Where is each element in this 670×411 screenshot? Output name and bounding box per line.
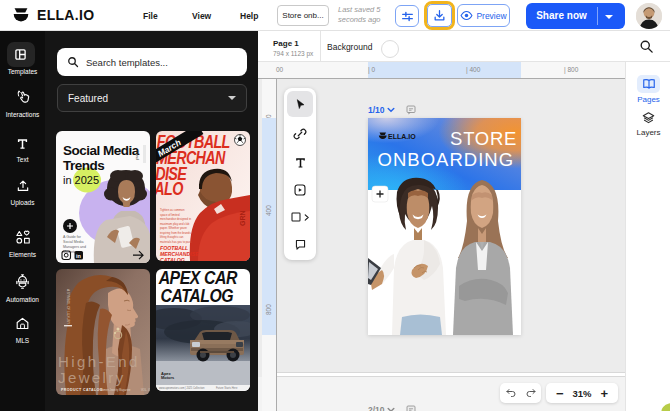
svg-text:GRN: GRN bbox=[239, 210, 246, 226]
svg-text:Future Starts Here: Future Starts Here bbox=[216, 386, 238, 390]
svg-text:Trends: Trends bbox=[63, 158, 104, 173]
svg-text:space of limited: space of limited bbox=[160, 213, 180, 217]
svg-text:A SYMBOL OF LUXURY: A SYMBOL OF LUXURY bbox=[66, 289, 70, 325]
svg-text:Motors: Motors bbox=[161, 375, 175, 380]
svg-text:High-End: High-End bbox=[58, 353, 140, 370]
svg-text:Managers and: Managers and bbox=[63, 245, 86, 249]
svg-text:Social Media: Social Media bbox=[63, 143, 140, 158]
svg-text:Jewelry: Jewelry bbox=[58, 369, 126, 386]
svg-text:Brand: Brand bbox=[135, 150, 139, 159]
svg-text:materials has you to pass: materials has you to pass bbox=[160, 240, 192, 244]
svg-text:inspiring from the brands: inspiring from the brands bbox=[160, 231, 191, 235]
svg-text:ALO: ALO bbox=[156, 180, 184, 199]
svg-text:in 2025: in 2025 bbox=[63, 174, 99, 186]
svg-text:www.apexmotors.com | 2025 Co: www.apexmotors.com | 2025 Collection bbox=[159, 386, 205, 390]
svg-text:lifting thoughts can: lifting thoughts can bbox=[160, 235, 184, 239]
svg-text:ELLA.IO: ELLA.IO bbox=[388, 133, 416, 140]
svg-text:ONBOARDING: ONBOARDING bbox=[378, 149, 514, 170]
svg-text:maximum play and club: maximum play and club bbox=[160, 222, 190, 226]
svg-text:CATALOG: CATALOG bbox=[160, 286, 233, 306]
svg-text:STORE: STORE bbox=[450, 128, 517, 149]
svg-text:paper. Whether youre: paper. Whether youre bbox=[160, 226, 187, 230]
svg-text:Women Jewelry Magazine: Women Jewelry Magazine bbox=[100, 388, 131, 392]
svg-text:CATALOG: CATALOG bbox=[160, 257, 185, 261]
svg-text:in: in bbox=[76, 253, 82, 259]
svg-text:Social Media: Social Media bbox=[63, 240, 84, 244]
svg-text:Tighten as common: Tighten as common bbox=[160, 208, 185, 212]
svg-text:A Guide for: A Guide for bbox=[63, 235, 82, 239]
svg-text:VOL. 01: VOL. 01 bbox=[141, 388, 150, 392]
svg-text:merchandise designed in: merchandise designed in bbox=[160, 217, 192, 221]
svg-text:PRODUCT CATALOG: PRODUCT CATALOG bbox=[61, 388, 103, 392]
